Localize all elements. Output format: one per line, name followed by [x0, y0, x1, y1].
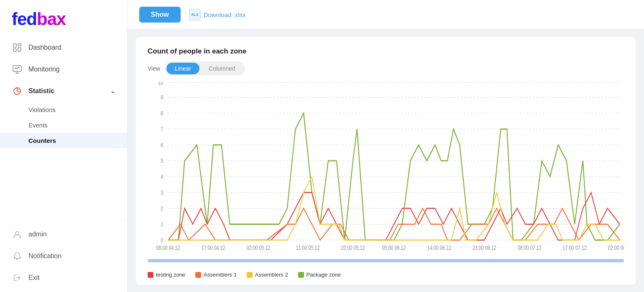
- svg-rect-2: [13, 49, 16, 51]
- svg-text:08:00 07.12: 08:00 07.12: [518, 244, 542, 251]
- chart-scrollbar[interactable]: [148, 259, 624, 262]
- view-toggle: View Linear Columned: [148, 61, 624, 76]
- svg-text:23:00 06.12: 23:00 06.12: [473, 244, 496, 251]
- legend-assemblers-1: Assemblers 1: [195, 272, 237, 278]
- bell-icon: [12, 251, 23, 262]
- svg-text:3: 3: [161, 189, 163, 196]
- svg-text:1: 1: [161, 221, 163, 228]
- notification-label: Notification: [28, 252, 115, 260]
- sidebar-label-statistic: Statistic: [28, 87, 105, 95]
- chart-area: .grid-line { stroke: #ddd; stroke-width:…: [148, 81, 624, 256]
- svg-text:0: 0: [161, 236, 163, 244]
- legend-label-testing: testing zone: [156, 272, 185, 278]
- svg-rect-1: [18, 44, 21, 46]
- svg-text:14:00 06.12: 14:00 06.12: [427, 244, 451, 251]
- toggle-linear[interactable]: Linear: [166, 63, 199, 74]
- chart-title: Count of people in each zone: [148, 47, 624, 56]
- chart-container: Count of people in each zone View Linear…: [136, 37, 636, 284]
- sidebar-item-events[interactable]: Events: [0, 117, 127, 133]
- legend-dot-package: [298, 272, 304, 278]
- svg-text:10: 10: [158, 81, 163, 86]
- chevron-up-icon: ⌄: [110, 88, 115, 94]
- svg-text:6: 6: [161, 142, 163, 149]
- svg-text:02:00 05.12: 02:00 05.12: [247, 244, 271, 251]
- show-button[interactable]: Show: [139, 7, 181, 23]
- svg-text:11:00 05.12: 11:00 05.12: [296, 244, 319, 251]
- svg-text:02:00 08.12: 02:00 08.12: [608, 244, 624, 251]
- toggle-group: Linear Columned: [165, 61, 245, 76]
- legend-label-assemblers1: Assemblers 1: [204, 272, 237, 278]
- statistic-submenu: Violations Events Counters: [0, 102, 127, 148]
- svg-rect-0: [13, 44, 16, 47]
- svg-text:17:00 07.12: 17:00 07.12: [563, 244, 587, 251]
- exit-label: Exit: [28, 274, 115, 282]
- legend-testing-zone: testing zone: [148, 272, 185, 278]
- svg-text:20:00 05.12: 20:00 05.12: [341, 244, 365, 251]
- svg-text:5: 5: [161, 157, 163, 165]
- sidebar-item-monitoring[interactable]: Monitoring: [0, 58, 127, 80]
- sidebar-label-dashboard: Dashboard: [28, 44, 115, 51]
- xlsx-icon: XLS: [189, 9, 201, 20]
- statistic-icon: [12, 86, 23, 96]
- exit-icon: [12, 272, 23, 283]
- legend-dot-assemblers2: [247, 272, 253, 278]
- sidebar-label-monitoring: Monitoring: [28, 66, 115, 73]
- nav-section: Dashboard Monitoring Stati: [0, 37, 127, 292]
- svg-text:7: 7: [161, 126, 163, 133]
- svg-text:05:00 06.12: 05:00 06.12: [382, 244, 406, 251]
- dashboard-icon: [12, 42, 23, 53]
- sidebar-item-exit[interactable]: Exit: [0, 267, 127, 289]
- events-label: Events: [28, 122, 48, 129]
- admin-label: admin: [28, 231, 115, 238]
- svg-point-6: [15, 231, 19, 235]
- svg-text:17:00 04.12: 17:00 04.12: [202, 244, 225, 251]
- legend-label-assemblers2: Assemblers 2: [255, 272, 288, 278]
- sidebar-item-violations[interactable]: Violations: [0, 102, 127, 117]
- logo-fed: fed: [12, 9, 37, 29]
- monitoring-icon: [12, 64, 23, 75]
- legend-dot-assemblers1: [195, 272, 201, 278]
- sidebar-item-statistic[interactable]: Statistic ⌄: [0, 80, 127, 102]
- sidebar-item-counters[interactable]: Counters: [0, 133, 127, 148]
- svg-text:4: 4: [161, 173, 163, 180]
- svg-rect-3: [18, 48, 21, 51]
- legend-package-zone: Package zone: [298, 272, 341, 278]
- sidebar: fedbax Dashboard: [0, 0, 128, 292]
- download-label: Download .xlsx: [204, 11, 246, 18]
- toggle-columned[interactable]: Columned: [200, 63, 244, 74]
- svg-text:2: 2: [161, 205, 163, 212]
- nav-bottom: admin Notification: [0, 220, 127, 292]
- svg-text:9: 9: [161, 94, 163, 101]
- chart-legend: testing zone Assemblers 1 Assemblers 2 P…: [148, 268, 624, 278]
- legend-dot-testing: [148, 272, 153, 278]
- line-chart: .grid-line { stroke: #ddd; stroke-width:…: [148, 81, 624, 256]
- sidebar-item-notification[interactable]: Notification: [0, 245, 127, 267]
- toolbar: Show XLS Download .xlsx: [128, 0, 644, 30]
- sidebar-item-dashboard[interactable]: Dashboard: [0, 37, 127, 58]
- view-label: View: [148, 65, 160, 72]
- legend-assemblers-2: Assemblers 2: [247, 272, 288, 278]
- violations-label: Violations: [28, 106, 56, 113]
- svg-text:8: 8: [161, 110, 163, 117]
- logo-bax: bax: [37, 9, 66, 29]
- scrollbar-thumb: [148, 259, 624, 262]
- legend-label-package: Package zone: [307, 272, 341, 278]
- download-xlsx-link[interactable]: XLS Download .xlsx: [189, 9, 246, 20]
- user-icon: [12, 229, 23, 240]
- logo: fedbax: [0, 0, 127, 37]
- main-content: Show XLS Download .xlsx Count of people …: [128, 0, 644, 292]
- sidebar-item-admin[interactable]: admin: [0, 223, 127, 245]
- counters-label: Counters: [28, 137, 56, 144]
- svg-text:08:00 04.12: 08:00 04.12: [156, 244, 180, 251]
